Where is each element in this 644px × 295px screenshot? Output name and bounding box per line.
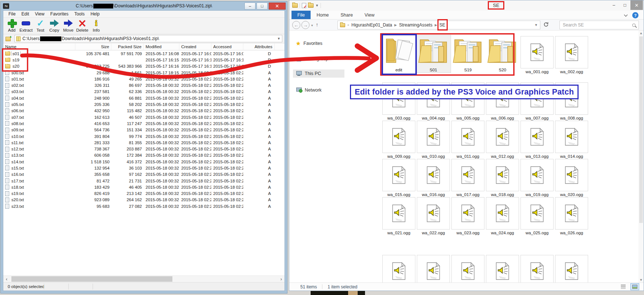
table-row[interactable]: s04.txt248 90066 8812015-05-18 00:322015… xyxy=(3,95,285,101)
maximize-button[interactable]: □ xyxy=(619,0,630,10)
breadcrumb-item-streamingassets[interactable]: StreamingAssets xyxy=(399,22,433,28)
menu-view[interactable]: View xyxy=(32,11,47,17)
tab-view[interactable]: View xyxy=(359,11,380,19)
parent-folder-icon[interactable] xyxy=(6,36,11,41)
file-item-wa_023.ogg[interactable]: wa_023.ogg xyxy=(451,197,485,235)
toolbar-delete-button[interactable]: ×Delete xyxy=(75,18,89,33)
folder-item-edit[interactable]: edit xyxy=(382,35,416,72)
table-row[interactable]: s02.txt326 31186 6972015-05-18 00:322015… xyxy=(3,82,285,88)
view-list-button[interactable] xyxy=(619,283,627,290)
sidebar-item-favorites[interactable]: ★Favorites xyxy=(293,39,344,47)
table-row[interactable]: s11.txt281 33381 3552015-05-18 00:322015… xyxy=(3,139,285,146)
scroll-right-icon[interactable]: › xyxy=(278,276,285,282)
table-row[interactable]: s03.txt237 58162 3362015-05-18 00:322015… xyxy=(3,89,285,95)
toolbar-move-button[interactable]: Move xyxy=(61,18,75,33)
chevron-down-icon[interactable]: ▼ xyxy=(275,37,280,40)
refresh-icon[interactable] xyxy=(543,22,549,28)
file-item-wa_009.ogg[interactable]: wa_009.ogg xyxy=(382,121,416,159)
folder-item-S01[interactable]: S01 xyxy=(416,35,451,72)
file-item-wa_015.ogg[interactable]: wa_015.ogg xyxy=(382,159,416,197)
sidebar-item-this-pc[interactable]: This PC xyxy=(293,70,344,78)
table-row[interactable]: s14.txt1 518 150416 3722015-05-18 00:322… xyxy=(3,159,285,165)
scroll-down-icon[interactable]: ▼ xyxy=(638,277,644,282)
sidebar-item-homegroup[interactable]: Homegroup xyxy=(293,55,344,63)
file-item-wa_024.ogg[interactable]: wa_024.ogg xyxy=(486,197,519,235)
column-header-created[interactable]: Created xyxy=(179,43,211,50)
file-item-partial[interactable] xyxy=(451,255,485,282)
horizontal-scrollbar[interactable]: ‹ › xyxy=(3,276,285,282)
file-item-wa_010.ogg[interactable]: wa_010.ogg xyxy=(416,121,450,159)
qat-chevron-down-icon[interactable]: ▼ xyxy=(315,4,319,7)
file-item-wa_014.ogg[interactable]: wa_014.ogg xyxy=(555,121,588,159)
sevenzip-titlebar[interactable]: 7z C:\Users\Downloads\Higurashi\Higurash… xyxy=(1,1,287,10)
qat-new-folder-icon[interactable] xyxy=(308,3,314,8)
minimize-button[interactable]: – xyxy=(608,0,619,10)
tab-share[interactable]: Share xyxy=(335,11,359,19)
menu-favorites[interactable]: Favorites xyxy=(47,11,71,17)
table-row[interactable]: s20.txt923 089264 1622015-05-18 00:32201… xyxy=(3,197,285,203)
file-item-wa_001.ogg[interactable]: wa_001.ogg xyxy=(520,36,554,74)
view-thumbnails-button[interactable] xyxy=(630,283,639,290)
file-item-wa_012.ogg[interactable]: wa_012.ogg xyxy=(486,121,519,159)
toolbar-add-button[interactable]: Add xyxy=(5,18,19,33)
table-row[interactable]: s00.txt29 6881 5612015-05-17 18:152015-0… xyxy=(3,70,285,76)
breadcrumb-item-se[interactable]: SE xyxy=(439,22,445,28)
sidebar-item-network[interactable]: Network xyxy=(293,86,344,94)
column-header-name[interactable]: Name xyxy=(3,43,75,50)
toolbar-info-button[interactable]: iInfo xyxy=(89,18,103,33)
breadcrumb-overflow-chevron[interactable]: « xyxy=(347,23,349,27)
scrollbar-thumb[interactable] xyxy=(11,276,172,282)
file-item-wa_025.ogg[interactable]: wa_025.ogg xyxy=(520,197,554,235)
file-item-partial[interactable] xyxy=(486,255,519,282)
table-row[interactable]: s192015-05-17 16:152015-05-17 16:142015-… xyxy=(3,57,285,63)
table-row[interactable]: s07.txt162 61346 5072015-05-18 00:322015… xyxy=(3,114,285,120)
file-item-partial[interactable] xyxy=(520,255,554,282)
up-icon[interactable]: ↑ xyxy=(316,22,318,28)
file-item-wa_021.ogg[interactable]: wa_021.ogg xyxy=(382,197,416,235)
recent-locations-chevron-icon[interactable]: ▼ xyxy=(311,24,314,27)
folder-item-S20[interactable]: S20 xyxy=(485,35,520,72)
menu-help[interactable]: Help xyxy=(87,11,103,17)
file-item-partial[interactable] xyxy=(382,255,416,282)
address-combobox[interactable]: C:\UsersDownloads\Higurashi\HigurashiPS3… xyxy=(14,35,282,42)
toolbar-extract-button[interactable]: Extract xyxy=(19,18,33,33)
address-dropdown-chevron-icon[interactable]: ▼ xyxy=(534,23,538,27)
file-item-partial[interactable] xyxy=(416,255,450,282)
file-item-wa_026.ogg[interactable]: wa_026.ogg xyxy=(555,197,588,235)
table-row[interactable]: s19.txt826 419213 1422015-05-18 00:32201… xyxy=(3,191,285,197)
scroll-left-icon[interactable]: ‹ xyxy=(3,276,10,282)
menu-file[interactable]: File xyxy=(6,11,18,17)
toolbar-test-button[interactable]: ✓Test xyxy=(33,18,47,33)
file-item-partial[interactable] xyxy=(555,255,588,282)
file-item-wa_019.ogg[interactable]: wa_019.ogg xyxy=(520,159,554,197)
table-row[interactable]: s18.txt183 42946 4052015-05-18 00:322015… xyxy=(3,184,285,190)
search-input[interactable] xyxy=(563,22,631,28)
table-row[interactable]: s17.txt81 47221 7312015-05-18 00:322015-… xyxy=(3,178,285,184)
table-row[interactable]: s06.txt432 950115 4822015-05-18 00:32201… xyxy=(3,108,285,114)
close-button[interactable]: ✕ xyxy=(269,3,286,10)
file-item-wa_020.ogg[interactable]: wa_020.ogg xyxy=(555,159,588,197)
explorer-titlebar[interactable]: ▼ SE – □ ✕ xyxy=(289,0,644,11)
ribbon-expand-chevron-icon[interactable] xyxy=(624,13,627,17)
qat-folder-icon[interactable] xyxy=(292,3,298,8)
file-item-wa_016.ogg[interactable]: wa_016.ogg xyxy=(416,159,450,197)
close-button[interactable]: ✕ xyxy=(630,0,643,10)
search-icon[interactable] xyxy=(632,24,636,27)
column-header-size[interactable]: Size xyxy=(75,43,111,50)
help-icon[interactable]: ? xyxy=(632,12,638,18)
file-item-wa_002.ogg[interactable]: wa_002.ogg xyxy=(555,36,588,74)
vertical-scrollbar[interactable]: ▲ ▼ xyxy=(638,31,644,282)
breadcrumb-item-higurashiep01_data[interactable]: HigurashiEp01_Data xyxy=(351,22,392,28)
file-item-wa_011.ogg[interactable]: wa_011.ogg xyxy=(451,121,485,159)
column-header-attributes[interactable]: Attributes xyxy=(243,43,275,50)
table-row[interactable]: s16.txt355 65897 1622015-05-18 00:322015… xyxy=(3,171,285,178)
column-header-accessed[interactable]: Accessed xyxy=(211,43,243,50)
table-row[interactable]: s10.txt391 80499 7742015-05-18 00:322015… xyxy=(3,133,285,139)
qat-check-doc-icon[interactable] xyxy=(302,3,306,8)
table-row[interactable]: s13.txt606 058172 3842015-05-18 00:32201… xyxy=(3,152,285,159)
table-row[interactable]: s01.txt186 91649 2652015-05-18 00:322015… xyxy=(3,76,285,82)
file-item-wa_013.ogg[interactable]: wa_013.ogg xyxy=(520,121,554,159)
table-row[interactable]: s23.txt95 68327 0822015-05-18 00:322015-… xyxy=(3,203,285,209)
file-item-wa_022.ogg[interactable]: wa_022.ogg xyxy=(416,197,450,235)
forward-icon[interactable]: → xyxy=(301,21,310,29)
